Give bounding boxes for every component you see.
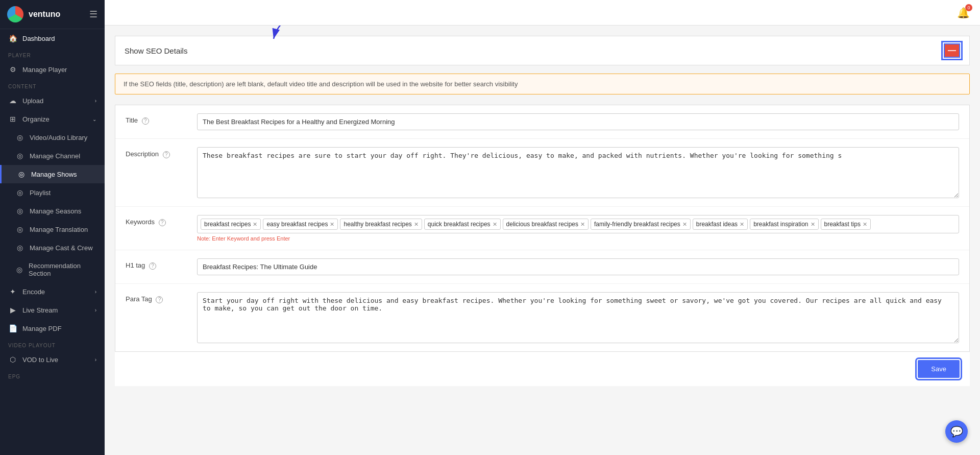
keyword-note-prefix: Note: — [197, 235, 210, 242]
keyword-tag-text: quick breakfast recipes — [428, 221, 491, 228]
save-area: Save — [115, 352, 970, 386]
sidebar-item-vod-to-live[interactable]: ⬡ VOD to Live › — [0, 350, 105, 369]
keyword-remove-icon[interactable]: ✕ — [580, 221, 585, 228]
sidebar-item-recommendation[interactable]: ◎ Recommendation Section — [0, 257, 105, 282]
sidebar-item-manage-cast-crew[interactable]: ◎ Manage Cast & Crew — [0, 238, 105, 257]
h1-input[interactable] — [197, 258, 959, 275]
keyword-tag-text: breakfast inspiration — [753, 221, 808, 228]
encode-icon: ✦ — [8, 288, 17, 296]
pdf-icon: 📄 — [8, 324, 17, 332]
shows-icon: ◎ — [17, 170, 26, 178]
live-stream-arrow: › — [95, 307, 96, 313]
h1-help-icon[interactable]: ? — [149, 262, 156, 270]
section-label-video-playout: VIDEO PLAYOUT — [0, 338, 105, 350]
para-help-icon[interactable]: ? — [156, 296, 163, 303]
logo-icon — [7, 6, 23, 22]
keyword-remove-icon[interactable]: ✕ — [682, 221, 687, 228]
sidebar-item-manage-translation[interactable]: ◎ Manage Translation — [0, 220, 105, 238]
para-input[interactable] — [197, 292, 959, 343]
seo-section-title: Show SEO Details — [125, 46, 187, 55]
hamburger-icon[interactable]: ☰ — [89, 9, 97, 20]
title-row: Title ? — [115, 105, 969, 139]
seo-header: Show SEO Details — — [115, 36, 970, 65]
title-label: Title ? — [126, 113, 187, 125]
keyword-remove-icon[interactable]: ✕ — [253, 221, 257, 228]
keyword-tag: easy breakfast recipes✕ — [263, 219, 338, 230]
upload-label: Upload — [22, 97, 43, 105]
channel-icon: ◎ — [15, 152, 24, 160]
description-input[interactable] — [197, 147, 959, 198]
sidebar: ventuno ☰ 🏠 Dashboard PLAYER ⚙ Manage Pl… — [0, 0, 105, 455]
sidebar-item-live-stream[interactable]: ▶ Live Stream › — [0, 301, 105, 319]
keyword-tag: delicious breakfast recipes✕ — [503, 219, 589, 230]
keyword-remove-icon[interactable]: ✕ — [740, 221, 744, 228]
title-help-icon[interactable]: ? — [142, 117, 149, 125]
sidebar-item-manage-pdf[interactable]: 📄 Manage PDF — [0, 319, 105, 338]
manage-player-label: Manage Player — [22, 66, 67, 74]
keyword-remove-icon[interactable]: ✕ — [811, 221, 815, 228]
keyword-tag: breakfast tips✕ — [821, 219, 871, 230]
sidebar-item-manage-channel[interactable]: ◎ Manage Channel — [0, 147, 105, 165]
section-label-content: CONTENT — [0, 79, 105, 91]
recommendation-icon: ◎ — [15, 266, 23, 274]
keywords-label: Keywords ? — [126, 215, 187, 226]
description-label: Description ? — [126, 147, 187, 158]
vod-icon: ⬡ — [8, 355, 17, 364]
description-help-icon[interactable]: ? — [163, 151, 170, 158]
keywords-container[interactable]: breakfast recipes✕easy breakfast recipes… — [197, 215, 959, 233]
info-banner: If the SEO fields (title, description) a… — [115, 74, 970, 94]
upload-arrow: › — [95, 98, 96, 104]
vod-label: VOD to Live — [22, 356, 58, 364]
sidebar-item-manage-seasons[interactable]: ◎ Manage Seasons — [0, 202, 105, 220]
seo-toggle-button[interactable]: — — [944, 43, 960, 58]
sidebar-item-manage-shows[interactable]: ◎ Manage Shows — [0, 165, 105, 183]
keyword-tag-text: delicious breakfast recipes — [506, 221, 578, 228]
keyword-tag: healthy breakfast recipes✕ — [340, 219, 422, 230]
keyword-tag-text: breakfast recipes — [204, 221, 251, 228]
keyword-tag: breakfast recipes✕ — [201, 219, 261, 230]
sidebar-item-playlist[interactable]: ◎ Playlist — [0, 183, 105, 202]
keyword-tag-text: breakfast ideas — [696, 221, 738, 228]
title-input[interactable] — [197, 113, 959, 130]
section-label-player: PLAYER — [0, 47, 105, 60]
keyword-tag: breakfast ideas✕ — [693, 219, 748, 230]
sidebar-item-upload[interactable]: ☁ Upload › — [0, 91, 105, 110]
sidebar-item-manage-player[interactable]: ⚙ Manage Player — [0, 60, 105, 79]
live-stream-label: Live Stream — [22, 306, 58, 314]
seasons-label: Manage Seasons — [30, 207, 81, 215]
keyword-note-text: Enter Keyword and press Enter — [212, 235, 290, 242]
pdf-label: Manage PDF — [22, 325, 62, 332]
chat-bubble[interactable]: 💬 — [945, 420, 968, 443]
sidebar-item-organize[interactable]: ⊞ Organize ⌄ — [0, 110, 105, 128]
sidebar-item-encode[interactable]: ✦ Encode › — [0, 282, 105, 301]
keyword-note: Note: Enter Keyword and press Enter — [197, 235, 959, 242]
keyword-remove-icon[interactable]: ✕ — [414, 221, 419, 228]
manage-player-icon: ⚙ — [8, 65, 17, 74]
keyword-remove-icon[interactable]: ✕ — [493, 221, 497, 228]
upload-icon: ☁ — [8, 97, 17, 105]
info-message: If the SEO fields (title, description) a… — [124, 80, 518, 88]
section-label-epg: EPG — [0, 369, 105, 381]
organize-icon: ⊞ — [8, 115, 17, 123]
sidebar-item-dashboard[interactable]: 🏠 Dashboard — [0, 29, 105, 47]
bell-badge: 0 — [965, 4, 972, 11]
shows-label: Manage Shows — [31, 171, 77, 178]
encode-arrow: › — [95, 289, 96, 295]
h1-label: H1 tag ? — [126, 258, 187, 270]
keyword-remove-icon[interactable]: ✕ — [863, 221, 867, 228]
sidebar-item-video-audio-library[interactable]: ◎ Video/Audio Library — [0, 128, 105, 147]
para-row: Para Tag ? — [115, 284, 969, 351]
cast-label: Manage Cast & Crew — [30, 244, 93, 252]
channel-label: Manage Channel — [30, 152, 80, 160]
keyword-remove-icon[interactable]: ✕ — [330, 221, 334, 228]
library-icon: ◎ — [15, 133, 24, 141]
keyword-tag-text: family-friendly breakfast recipes — [594, 221, 680, 228]
notification-bell[interactable]: 🔔 0 — [957, 7, 970, 19]
keyword-tag-text: easy breakfast recipes — [266, 221, 328, 228]
para-label: Para Tag ? — [126, 292, 187, 303]
cast-icon: ◎ — [15, 244, 24, 252]
live-stream-icon: ▶ — [8, 306, 17, 314]
save-button[interactable]: Save — [918, 360, 960, 378]
keywords-help-icon[interactable]: ? — [159, 219, 166, 226]
organize-label: Organize — [22, 115, 50, 123]
